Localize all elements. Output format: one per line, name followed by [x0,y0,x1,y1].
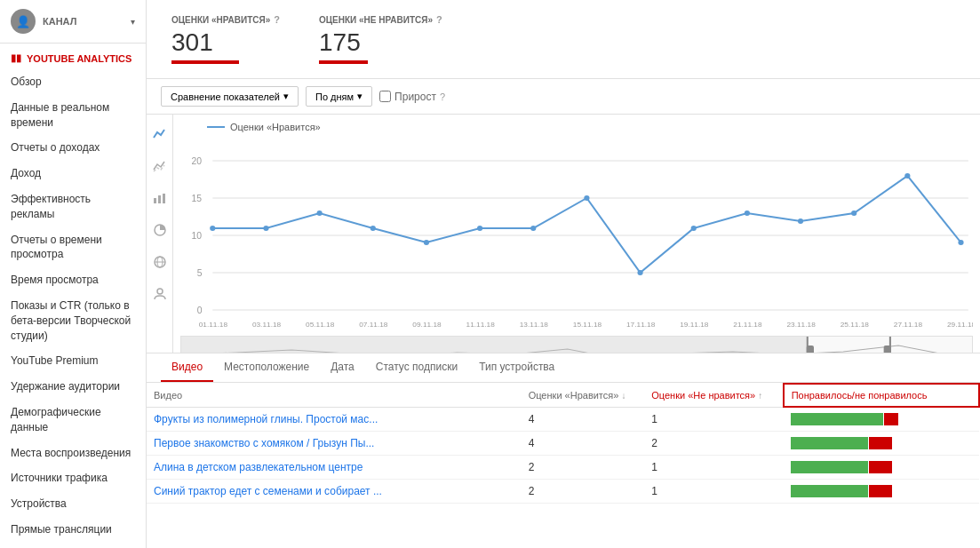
svg-point-25 [584,195,589,201]
chevron-down-icon: ▾ [283,91,289,102]
th-likes[interactable]: Оценки «Нравится» ↓ [522,384,645,407]
ratio-bar [791,460,972,474]
compare-chart-icon[interactable] [149,155,171,177]
table-body: Фрукты из полимерной глины. Простой мас.… [147,407,979,504]
sidebar-item-translations[interactable]: Переводы [0,543,146,548]
table-row: Синий трактор едет с семенами и собирает… [147,480,979,504]
bar-chart-icon[interactable] [149,187,171,209]
dislikes-metric: ОЦЕНКИ «НЕ НРАВИТСЯ» ? 175 [308,7,453,71]
chart-container: Оценки «Нравится» 0 5 10 15 20 [147,115,980,353]
ratio-cell [784,456,979,480]
svg-text:09.11.18: 09.11.18 [412,321,442,329]
sidebar-item-demographics[interactable]: Демографические данные [0,400,146,441]
chevron-down-icon: ▾ [357,91,363,102]
sidebar-item-watch-time[interactable]: Время просмотра [0,267,146,293]
svg-text:25.11.18: 25.11.18 [841,321,870,329]
compare-button[interactable]: Сравнение показателей ▾ [161,86,299,107]
sidebar-header[interactable]: 👤 КАНАЛ ▾ [0,0,146,44]
svg-text:13.11.18: 13.11.18 [520,321,549,329]
svg-point-27 [691,226,697,231]
sidebar-item-impressions-ctr[interactable]: Показы и CTR (только в бета-версии Творч… [0,293,146,348]
table-row: Алина в детском развлекательном центре 2… [147,456,979,480]
dislikes-cell: 1 [644,456,783,480]
th-video: Видео [147,384,522,407]
svg-text:19.11.18: 19.11.18 [680,321,709,329]
channel-label: КАНАЛ [43,16,131,27]
chart-toolbar: Сравнение показателей ▾ По дням ▾ Прирос… [147,79,980,115]
video-cell: Первое знакомство с хомяком / Грызун Пы.… [147,432,522,456]
chevron-down-icon: ▾ [131,17,135,27]
sidebar-item-revenue-reports[interactable]: Отчеты о доходах [0,135,146,161]
tab-date[interactable]: Дата [320,353,365,382]
svg-text:03.11.18: 03.11.18 [252,321,282,329]
dislikes-value: 175 [319,28,442,57]
svg-point-22 [424,240,429,245]
tab-video[interactable]: Видео [161,353,213,382]
sidebar-item-audience-retention[interactable]: Удержание аудитории [0,374,146,400]
sidebar-item-devices[interactable]: Устройства [0,491,146,517]
svg-point-18 [210,226,215,231]
info-icon-likes: ? [274,14,280,25]
svg-text:01.11.18: 01.11.18 [199,321,228,329]
svg-point-32 [958,240,963,245]
table-row: Фрукты из полимерной глины. Простой мас.… [147,407,979,432]
dislikes-cell: 1 [644,407,783,432]
chart-main: Оценки «Нравится» 0 5 10 15 20 [173,115,980,353]
ratio-bar [791,484,972,498]
likes-cell: 2 [522,456,645,480]
period-button[interactable]: По дням ▾ [306,86,372,107]
globe-icon[interactable] [149,251,171,273]
table-header-row: Видео Оценки «Нравится» ↓ Оценки «Не нра… [147,384,979,407]
pie-chart-icon[interactable] [149,219,171,241]
svg-text:23.11.18: 23.11.18 [786,321,816,329]
svg-point-26 [637,270,642,275]
legend-line-icon [207,126,225,128]
sidebar-nav: ОбзорДанные в реальном времениОтчеты о д… [0,69,146,548]
likes-value: 301 [171,28,283,57]
green-bar [791,485,868,497]
svg-text:10: 10 [191,231,202,241]
svg-text:11.11.18: 11.11.18 [466,321,496,329]
ratio-cell [784,480,979,504]
sidebar-item-traffic-sources[interactable]: Источники трафика [0,465,146,491]
bottom-section: ВидеоМестоположениеДатаСтатус подпискиТи… [147,353,980,548]
tab-subscription[interactable]: Статус подписки [365,353,468,382]
growth-checkbox[interactable] [379,91,391,102]
sidebar-item-revenue[interactable]: Доход [0,161,146,187]
svg-rect-51 [807,345,814,353]
sidebar-item-obzor[interactable]: Обзор [0,69,146,95]
info-icon-growth: ? [440,91,445,102]
svg-point-30 [851,210,857,216]
svg-text:05.11.18: 05.11.18 [306,321,335,329]
sidebar-item-watch-time-reports[interactable]: Отчеты о времени просмотра [0,227,146,268]
growth-checkbox-label[interactable]: Прирост ? [379,91,445,103]
svg-rect-52 [884,345,891,353]
table-head: Видео Оценки «Нравится» ↓ Оценки «Не нра… [147,384,979,407]
sidebar-item-ad-performance[interactable]: Эффективность рекламы [0,187,146,227]
analytics-section-title: ▮▮ YOUTUBE ANALYTICS [0,44,146,69]
line-chart-icon[interactable] [149,123,171,145]
tab-bar: ВидеоМестоположениеДатаСтатус подпискиТи… [147,353,980,383]
tab-location[interactable]: Местоположение [213,353,320,382]
svg-point-29 [798,218,803,224]
sidebar-item-realtime[interactable]: Данные в реальном времени [0,95,146,136]
green-bar [791,413,883,425]
timeline-navigator[interactable]: авг. 2018 г. нояб. 2018 г. окт. 2018 г. … [180,336,973,353]
sidebar: 👤 КАНАЛ ▾ ▮▮ YOUTUBE ANALYTICS ОбзорДанн… [0,0,147,548]
svg-text:15.11.18: 15.11.18 [573,321,602,329]
tab-device[interactable]: Тип устройства [468,353,565,382]
svg-text:20: 20 [191,156,202,166]
ratio-cell [784,432,979,456]
th-dislikes[interactable]: Оценки «Не нравится» ↑ [644,384,783,407]
sidebar-item-youtube-premium[interactable]: YouTube Premium [0,348,146,374]
svg-point-31 [904,173,910,179]
svg-text:21.11.18: 21.11.18 [733,321,762,329]
sidebar-item-playback-locations[interactable]: Места воспроизведения [0,441,146,466]
sidebar-item-live-streams[interactable]: Прямые трансляции [0,517,146,543]
red-bar [884,413,898,425]
svg-point-28 [745,210,750,216]
likes-cell: 2 [522,480,645,504]
table-wrapper: Видео Оценки «Нравится» ↓ Оценки «Не нра… [147,383,980,548]
chart-icon-bar [147,115,173,353]
people-icon[interactable] [149,283,171,305]
